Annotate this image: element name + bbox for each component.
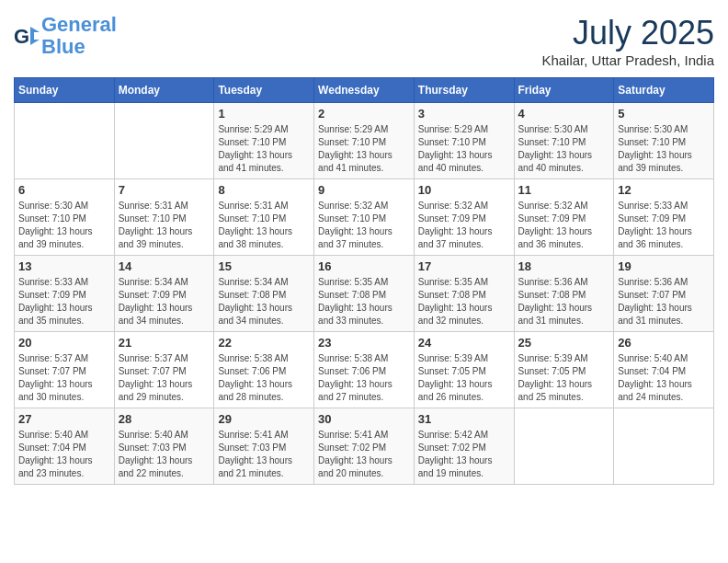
day-info: Sunrise: 5:40 AM Sunset: 7:04 PM Dayligh… [18,429,110,480]
col-friday: Friday [514,78,614,103]
day-info: Sunrise: 5:35 AM Sunset: 7:08 PM Dayligh… [418,276,510,327]
day-number: 24 [418,336,510,350]
day-info: Sunrise: 5:38 AM Sunset: 7:06 PM Dayligh… [218,352,310,404]
col-thursday: Thursday [414,78,514,103]
calendar-cell: 10Sunrise: 5:32 AM Sunset: 7:09 PM Dayli… [414,179,514,256]
day-number: 12 [618,183,710,197]
day-number: 9 [318,183,410,197]
title-block: July 2025 Khailar, Uttar Pradesh, India [541,14,714,68]
calendar-cell: 13Sunrise: 5:33 AM Sunset: 7:09 PM Dayli… [15,256,115,332]
day-info: Sunrise: 5:39 AM Sunset: 7:05 PM Dayligh… [418,352,510,404]
col-saturday: Saturday [614,78,714,103]
day-number: 10 [418,183,510,197]
day-number: 8 [218,183,310,197]
col-sunday: Sunday [15,78,115,103]
day-info: Sunrise: 5:42 AM Sunset: 7:02 PM Dayligh… [418,429,510,480]
day-info: Sunrise: 5:29 AM Sunset: 7:10 PM Dayligh… [418,123,510,175]
day-info: Sunrise: 5:29 AM Sunset: 7:10 PM Dayligh… [218,123,310,175]
day-info: Sunrise: 5:32 AM Sunset: 7:09 PM Dayligh… [518,200,610,251]
calendar-cell: 1Sunrise: 5:29 AM Sunset: 7:10 PM Daylig… [214,103,314,179]
svg-marker-1 [30,27,40,45]
calendar-cell: 24Sunrise: 5:39 AM Sunset: 7:05 PM Dayli… [414,332,514,408]
calendar-cell [114,103,214,179]
calendar-cell: 3Sunrise: 5:29 AM Sunset: 7:10 PM Daylig… [414,103,514,179]
day-number: 6 [18,183,110,197]
day-number: 18 [518,259,610,273]
calendar-cell: 23Sunrise: 5:38 AM Sunset: 7:06 PM Dayli… [314,332,415,408]
day-info: Sunrise: 5:31 AM Sunset: 7:10 PM Dayligh… [119,200,210,251]
day-number: 26 [618,336,710,350]
day-number: 22 [218,336,310,350]
calendar-cell: 29Sunrise: 5:41 AM Sunset: 7:03 PM Dayli… [214,408,314,485]
day-number: 1 [218,107,310,121]
calendar-cell: 22Sunrise: 5:38 AM Sunset: 7:06 PM Dayli… [214,332,314,408]
calendar-cell: 26Sunrise: 5:40 AM Sunset: 7:04 PM Dayli… [614,332,714,408]
day-info: Sunrise: 5:33 AM Sunset: 7:09 PM Dayligh… [618,200,710,251]
calendar-cell: 27Sunrise: 5:40 AM Sunset: 7:04 PM Dayli… [15,408,115,485]
day-number: 3 [418,107,510,121]
calendar-cell: 4Sunrise: 5:30 AM Sunset: 7:10 PM Daylig… [514,103,614,179]
day-info: Sunrise: 5:37 AM Sunset: 7:07 PM Dayligh… [119,352,210,404]
day-number: 2 [318,107,410,121]
day-info: Sunrise: 5:41 AM Sunset: 7:02 PM Dayligh… [318,429,410,480]
day-number: 23 [318,336,410,350]
calendar-cell: 19Sunrise: 5:36 AM Sunset: 7:07 PM Dayli… [614,256,714,332]
day-info: Sunrise: 5:41 AM Sunset: 7:03 PM Dayligh… [218,429,310,480]
logo: G General Blue [14,14,117,58]
day-number: 29 [218,412,310,426]
calendar-week-row: 20Sunrise: 5:37 AM Sunset: 7:07 PM Dayli… [15,332,714,408]
calendar-cell: 30Sunrise: 5:41 AM Sunset: 7:02 PM Dayli… [314,408,415,485]
calendar-cell: 31Sunrise: 5:42 AM Sunset: 7:02 PM Dayli… [414,408,514,485]
calendar-cell: 18Sunrise: 5:36 AM Sunset: 7:08 PM Dayli… [514,256,614,332]
day-info: Sunrise: 5:30 AM Sunset: 7:10 PM Dayligh… [518,123,610,175]
day-number: 30 [318,412,410,426]
day-number: 7 [119,183,210,197]
month-title: July 2025 [541,14,714,52]
calendar-cell: 6Sunrise: 5:30 AM Sunset: 7:10 PM Daylig… [15,179,115,256]
calendar-cell: 17Sunrise: 5:35 AM Sunset: 7:08 PM Dayli… [414,256,514,332]
calendar-cell: 11Sunrise: 5:32 AM Sunset: 7:09 PM Dayli… [514,179,614,256]
calendar-cell: 8Sunrise: 5:31 AM Sunset: 7:10 PM Daylig… [214,179,314,256]
calendar-cell [15,103,115,179]
calendar-header-row: Sunday Monday Tuesday Wednesday Thursday… [15,78,714,103]
calendar-cell: 25Sunrise: 5:39 AM Sunset: 7:05 PM Dayli… [514,332,614,408]
logo-icon: G [14,23,40,49]
day-number: 13 [18,259,110,273]
day-info: Sunrise: 5:37 AM Sunset: 7:07 PM Dayligh… [18,352,110,404]
calendar-cell: 14Sunrise: 5:34 AM Sunset: 7:09 PM Dayli… [114,256,214,332]
day-number: 27 [18,412,110,426]
day-number: 17 [418,259,510,273]
day-number: 14 [119,259,210,273]
calendar-cell: 7Sunrise: 5:31 AM Sunset: 7:10 PM Daylig… [114,179,214,256]
logo-line2: Blue [41,35,85,58]
calendar-cell: 9Sunrise: 5:32 AM Sunset: 7:10 PM Daylig… [314,179,415,256]
calendar-week-row: 6Sunrise: 5:30 AM Sunset: 7:10 PM Daylig… [15,179,714,256]
day-number: 4 [518,107,610,121]
svg-text:G: G [14,25,29,48]
day-info: Sunrise: 5:31 AM Sunset: 7:10 PM Dayligh… [218,200,310,251]
calendar-cell: 12Sunrise: 5:33 AM Sunset: 7:09 PM Dayli… [614,179,714,256]
calendar-cell: 16Sunrise: 5:35 AM Sunset: 7:08 PM Dayli… [314,256,415,332]
calendar-cell: 5Sunrise: 5:30 AM Sunset: 7:10 PM Daylig… [614,103,714,179]
day-info: Sunrise: 5:34 AM Sunset: 7:08 PM Dayligh… [218,276,310,327]
calendar-body: 1Sunrise: 5:29 AM Sunset: 7:10 PM Daylig… [15,103,714,485]
day-number: 11 [518,183,610,197]
day-number: 16 [318,259,410,273]
day-info: Sunrise: 5:33 AM Sunset: 7:09 PM Dayligh… [18,276,110,327]
day-info: Sunrise: 5:30 AM Sunset: 7:10 PM Dayligh… [18,200,110,251]
page-header: G General Blue July 2025 Khailar, Uttar … [14,14,714,68]
calendar-cell: 2Sunrise: 5:29 AM Sunset: 7:10 PM Daylig… [314,103,415,179]
logo-text: General Blue [41,14,117,58]
day-info: Sunrise: 5:36 AM Sunset: 7:07 PM Dayligh… [618,276,710,327]
calendar-table: Sunday Monday Tuesday Wednesday Thursday… [14,77,714,485]
col-monday: Monday [114,78,214,103]
day-number: 31 [418,412,510,426]
calendar-cell: 15Sunrise: 5:34 AM Sunset: 7:08 PM Dayli… [214,256,314,332]
day-info: Sunrise: 5:32 AM Sunset: 7:09 PM Dayligh… [418,200,510,251]
day-number: 19 [618,259,710,273]
col-tuesday: Tuesday [214,78,314,103]
day-info: Sunrise: 5:38 AM Sunset: 7:06 PM Dayligh… [318,352,410,404]
day-info: Sunrise: 5:30 AM Sunset: 7:10 PM Dayligh… [618,123,710,175]
calendar-cell [514,408,614,485]
calendar-week-row: 27Sunrise: 5:40 AM Sunset: 7:04 PM Dayli… [15,408,714,485]
